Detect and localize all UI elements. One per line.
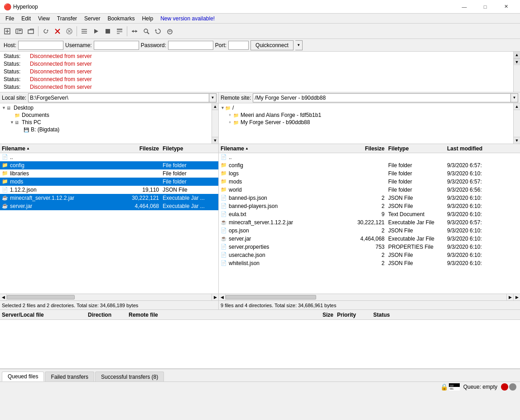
- menu-bookmarks[interactable]: Bookmarks: [104, 14, 138, 23]
- cancel-button[interactable]: [64, 26, 75, 37]
- local-col-name[interactable]: Filename ▲: [0, 145, 131, 152]
- tab-failed-transfers[interactable]: Failed transfers: [45, 372, 94, 381]
- table-row[interactable]: 📄..: [219, 153, 520, 161]
- local-col-type[interactable]: Filetype: [161, 145, 218, 152]
- table-row[interactable]: ☕server.jar 4,464,068 Executable Jar Fil…: [219, 235, 520, 243]
- status-line-4: Status: Disconnected from server: [4, 76, 516, 83]
- table-row[interactable]: ☕server.jar 4,464,068 Executable Jar ...: [0, 202, 218, 210]
- remote-col-name[interactable]: Filename ▲: [219, 145, 350, 152]
- transfer-col-remote[interactable]: Remote file: [127, 312, 308, 318]
- password-input[interactable]: [168, 41, 213, 50]
- menu-bar: File Edit View Transfer Server Bookmarks…: [0, 14, 520, 24]
- remote-file-list[interactable]: 📄.. 📁config File folder 9/3/2020 6:57: 📁…: [219, 153, 520, 294]
- app-title: Hyperloop: [13, 4, 454, 10]
- status-dot-gray: [509, 383, 516, 391]
- reconnect-button[interactable]: [40, 26, 51, 37]
- table-row[interactable]: ☕minecraft_server.1.12.2.jar 30,222,121 …: [0, 194, 218, 202]
- local-site-path[interactable]: [28, 93, 209, 102]
- minimize-button[interactable]: —: [454, 2, 475, 11]
- table-row[interactable]: 📁libraries File folder: [0, 169, 218, 178]
- host-input[interactable]: [18, 41, 63, 50]
- process-queue-button[interactable]: [91, 26, 101, 37]
- table-row[interactable]: 📄ops.json 2 JSON File 9/3/2020 6:10:: [219, 227, 520, 235]
- transfer-col-size[interactable]: Size: [308, 312, 335, 318]
- tree-item-desktop[interactable]: ▼ 🖥 Desktop: [1, 104, 217, 111]
- connection-status-icons: [501, 383, 516, 391]
- tab-queued-files[interactable]: Queued files: [2, 372, 44, 381]
- menu-view[interactable]: View: [34, 14, 53, 23]
- status-label-2: Status:: [4, 60, 26, 68]
- quickconnect-button[interactable]: Quickconnect: [250, 40, 294, 50]
- new-tab-button[interactable]: [2, 26, 13, 37]
- local-col-size[interactable]: Filesize: [131, 145, 161, 152]
- status-text-1: Disconnected from server: [30, 53, 92, 60]
- stop-queue-button[interactable]: [102, 26, 113, 37]
- menu-server[interactable]: Server: [81, 14, 104, 23]
- svg-rect-3: [16, 29, 22, 34]
- menu-new-version[interactable]: New version available!: [157, 14, 218, 23]
- table-row[interactable]: ☕minecraft_server.1.12.2.jar 30,222,121 …: [219, 218, 520, 227]
- tree-item-root[interactable]: ▼ 📁 /: [220, 104, 519, 111]
- table-row[interactable]: 📁world File folder 9/3/2020 6:56:: [219, 186, 520, 194]
- tab-successful-transfers[interactable]: Successful transfers (8): [95, 372, 164, 381]
- browse-files-button[interactable]: [25, 26, 36, 37]
- menu-edit[interactable]: Edit: [18, 14, 34, 23]
- remote-site-dropdown[interactable]: ▼: [511, 93, 518, 102]
- tree-item-bigdata[interactable]: 💾 B: (Bigdata): [1, 126, 217, 133]
- menu-file[interactable]: File: [2, 14, 18, 23]
- table-row[interactable]: 📄banned-ips.json 2 JSON File 9/3/2020 6:…: [219, 194, 520, 202]
- tree-item-myforge[interactable]: + 📁 My Forge Server - b90ddb88: [220, 119, 519, 126]
- transfer-col-server[interactable]: Server/Local file: [0, 312, 86, 318]
- tree-item-meeri[interactable]: + 📁 Meeri and Alans Forge - fdf5b1b1: [220, 111, 519, 119]
- remote-tree-scrollbar[interactable]: ▲ ▼: [513, 103, 520, 144]
- svg-rect-20: [117, 33, 120, 34]
- remote-col-modified[interactable]: Last modified: [445, 145, 520, 152]
- local-tree-scrollbar[interactable]: ▲ ▼: [212, 103, 218, 144]
- username-input[interactable]: [94, 41, 139, 50]
- table-row[interactable]: 📁mods File folder 9/3/2020 6:57:: [219, 178, 520, 186]
- port-input[interactable]: [228, 41, 249, 50]
- transfer-col-status[interactable]: Status: [371, 312, 520, 318]
- find-files-button[interactable]: [141, 26, 152, 37]
- username-label: Username:: [65, 42, 92, 48]
- local-site-label: Local site:: [2, 95, 26, 101]
- svg-text:010: 010: [450, 384, 454, 387]
- bottom-tab-bar: Queued files Failed transfers Successful…: [0, 369, 520, 381]
- table-row[interactable]: 📁mods File folder: [0, 178, 218, 186]
- table-row[interactable]: 📄..: [0, 153, 218, 161]
- remote-col-size[interactable]: Filesize: [350, 145, 386, 152]
- remote-hscrollbar[interactable]: ◀ ▶ ▶: [219, 294, 520, 300]
- remote-col-type[interactable]: Filetype: [386, 145, 445, 152]
- table-row[interactable]: 📁logs File folder 9/3/2020 6:10:: [219, 169, 520, 178]
- status-scrollbar[interactable]: ▲ ▼: [513, 52, 520, 92]
- local-hscrollbar[interactable]: ◀ ▶: [0, 294, 218, 300]
- tree-item-documents[interactable]: 📁 Documents: [1, 111, 217, 119]
- disconnect-button[interactable]: [52, 26, 63, 37]
- table-row[interactable]: 📄banned-players.json 2 JSON File 9/3/202…: [219, 202, 520, 210]
- table-row[interactable]: 📄server.properties 753 PROPERTIES File 9…: [219, 243, 520, 251]
- table-row[interactable]: 📁config File folder 9/3/2020 6:57:: [219, 161, 520, 169]
- menu-transfer[interactable]: Transfer: [53, 14, 81, 23]
- local-file-list[interactable]: 📄.. 📁config File folder 📁libraries File …: [0, 153, 218, 294]
- unknown-button[interactable]: [114, 26, 125, 37]
- table-row[interactable]: 📄whitelist.json 2 JSON File 9/3/2020 6:1…: [219, 259, 520, 267]
- table-row[interactable]: 📄eula.txt 9 Text Document 9/3/2020 6:10:: [219, 210, 520, 218]
- svg-rect-18: [117, 29, 122, 30]
- transfer-col-priority[interactable]: Priority: [335, 312, 371, 318]
- table-row[interactable]: 📄1.12.2.json 19,110 JSON File: [0, 186, 218, 194]
- menu-help[interactable]: Help: [138, 14, 157, 23]
- sync-browse-button[interactable]: [153, 26, 164, 37]
- site-manager-button[interactable]: [14, 26, 24, 37]
- quickconnect-dropdown[interactable]: ▼: [295, 40, 303, 50]
- maximize-button[interactable]: □: [475, 2, 496, 11]
- transfer-settings-button[interactable]: [79, 26, 90, 37]
- compare-dirs-button[interactable]: [129, 26, 140, 37]
- transfer-col-direction[interactable]: Direction: [86, 312, 127, 318]
- table-row[interactable]: 📁config File folder: [0, 161, 218, 169]
- local-site-dropdown[interactable]: ▼: [209, 93, 217, 102]
- table-row[interactable]: 📄usercache.json 2 JSON File 9/3/2020 6:1…: [219, 251, 520, 259]
- tree-item-thispc[interactable]: ▼ 🖥 This PC: [1, 119, 217, 126]
- remote-site-path[interactable]: [253, 93, 511, 102]
- close-button[interactable]: ✕: [496, 2, 516, 11]
- speed-guide-button[interactable]: [164, 26, 175, 37]
